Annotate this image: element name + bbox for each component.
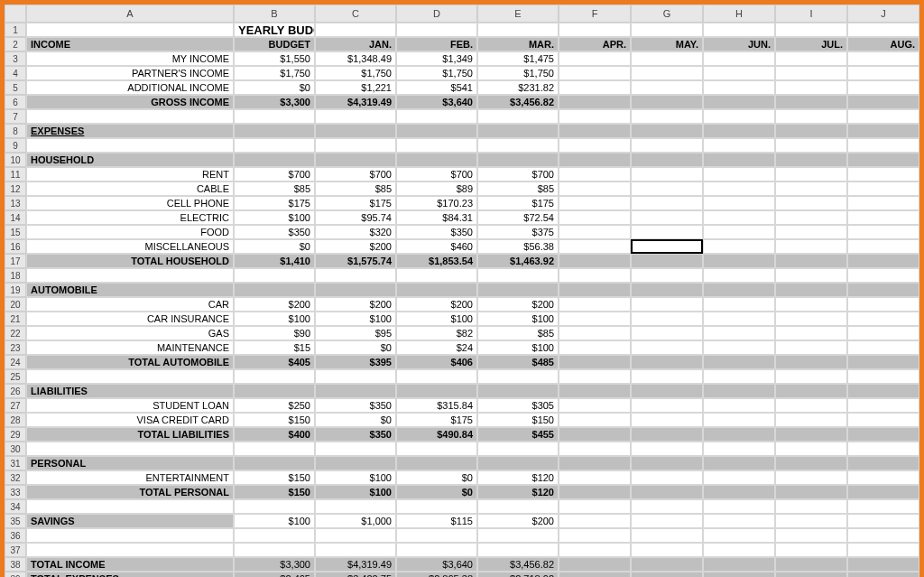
- val[interactable]: [631, 427, 703, 442]
- cell[interactable]: [703, 23, 775, 37]
- val[interactable]: [775, 66, 847, 80]
- col-header-C[interactable]: C: [315, 5, 396, 23]
- cell[interactable]: [703, 543, 775, 557]
- val[interactable]: [703, 398, 775, 413]
- row-header-24[interactable]: 24: [5, 355, 26, 369]
- val[interactable]: $95.74: [315, 210, 396, 225]
- cell[interactable]: [703, 499, 775, 514]
- row-header-21[interactable]: 21: [5, 312, 26, 326]
- cell[interactable]: [396, 23, 477, 37]
- val[interactable]: [703, 470, 775, 485]
- val[interactable]: [631, 355, 703, 369]
- val[interactable]: $175: [315, 196, 396, 210]
- val[interactable]: $1,348.49: [315, 51, 396, 66]
- row-label[interactable]: CELL PHONE: [26, 196, 234, 210]
- cell[interactable]: [234, 124, 315, 138]
- val[interactable]: [775, 398, 847, 413]
- row-header-26[interactable]: 26: [5, 384, 26, 398]
- val[interactable]: $100: [234, 514, 315, 528]
- cell[interactable]: [559, 384, 631, 398]
- cell[interactable]: [477, 268, 559, 283]
- row-label[interactable]: ADDITIONAL INCOME: [26, 80, 234, 95]
- cell[interactable]: [234, 543, 315, 557]
- row-label[interactable]: PARTNER'S INCOME: [26, 66, 234, 80]
- val[interactable]: [847, 196, 919, 210]
- cell[interactable]: [477, 109, 559, 124]
- cell[interactable]: [703, 283, 775, 297]
- val[interactable]: [559, 572, 631, 577]
- val[interactable]: $4,319.49: [315, 557, 396, 572]
- val[interactable]: $1,349: [396, 51, 477, 66]
- cell[interactable]: [559, 153, 631, 167]
- val[interactable]: $175: [396, 413, 477, 427]
- cell[interactable]: [315, 442, 396, 456]
- val[interactable]: $541: [396, 80, 477, 95]
- cell[interactable]: [477, 369, 559, 384]
- val[interactable]: [847, 398, 919, 413]
- val[interactable]: $72.54: [477, 210, 559, 225]
- cell[interactable]: [847, 124, 919, 138]
- row-header-12[interactable]: 12: [5, 181, 26, 196]
- cell[interactable]: [234, 442, 315, 456]
- val[interactable]: $350: [234, 225, 315, 239]
- row-label[interactable]: RENT: [26, 167, 234, 181]
- val[interactable]: [703, 485, 775, 499]
- val[interactable]: [559, 312, 631, 326]
- val[interactable]: [559, 95, 631, 109]
- val[interactable]: $1,410: [234, 254, 315, 268]
- val[interactable]: $305: [477, 398, 559, 413]
- section-expenses[interactable]: EXPENSES: [26, 124, 234, 138]
- val[interactable]: [631, 80, 703, 95]
- cell[interactable]: [775, 153, 847, 167]
- val[interactable]: $85: [234, 181, 315, 196]
- cell[interactable]: [847, 543, 919, 557]
- cell[interactable]: [396, 442, 477, 456]
- col-header-H[interactable]: H: [703, 5, 775, 23]
- col-header-F[interactable]: F: [559, 5, 631, 23]
- val[interactable]: [703, 557, 775, 572]
- val[interactable]: [631, 485, 703, 499]
- val[interactable]: [775, 254, 847, 268]
- row-label[interactable]: CABLE: [26, 181, 234, 196]
- val[interactable]: [775, 326, 847, 340]
- row-header-38[interactable]: 38: [5, 557, 26, 572]
- cell[interactable]: [477, 283, 559, 297]
- val[interactable]: $170.23: [396, 196, 477, 210]
- val[interactable]: $200: [477, 297, 559, 312]
- val[interactable]: $150: [477, 413, 559, 427]
- row-header-35[interactable]: 35: [5, 514, 26, 528]
- val[interactable]: [631, 95, 703, 109]
- col-header-J[interactable]: J: [847, 5, 919, 23]
- val[interactable]: $700: [396, 167, 477, 181]
- val[interactable]: [847, 80, 919, 95]
- val[interactable]: $3,640: [396, 95, 477, 109]
- row-header-31[interactable]: 31: [5, 456, 26, 470]
- row-header-19[interactable]: 19: [5, 283, 26, 297]
- col-hdr[interactable]: AUG.: [847, 37, 919, 51]
- cell[interactable]: [396, 543, 477, 557]
- val[interactable]: [559, 167, 631, 181]
- cell[interactable]: [396, 138, 477, 153]
- cell[interactable]: [631, 384, 703, 398]
- row-label[interactable]: TOTAL INCOME: [26, 557, 234, 572]
- cell[interactable]: [703, 124, 775, 138]
- val[interactable]: [775, 427, 847, 442]
- val[interactable]: [559, 297, 631, 312]
- val[interactable]: $100: [477, 312, 559, 326]
- val[interactable]: $2,465: [234, 572, 315, 577]
- val[interactable]: $100: [477, 340, 559, 355]
- val[interactable]: [847, 427, 919, 442]
- val[interactable]: $2,718.92: [477, 572, 559, 577]
- row-header-15[interactable]: 15: [5, 225, 26, 239]
- row-header-33[interactable]: 33: [5, 485, 26, 499]
- val[interactable]: $700: [477, 167, 559, 181]
- cell[interactable]: [775, 456, 847, 470]
- val[interactable]: [559, 326, 631, 340]
- row-header-6[interactable]: 6: [5, 95, 26, 109]
- cell[interactable]: [847, 138, 919, 153]
- col-header-A[interactable]: A: [26, 5, 234, 23]
- val[interactable]: [775, 340, 847, 355]
- cell[interactable]: [396, 384, 477, 398]
- cell[interactable]: [315, 23, 396, 37]
- cell[interactable]: [234, 369, 315, 384]
